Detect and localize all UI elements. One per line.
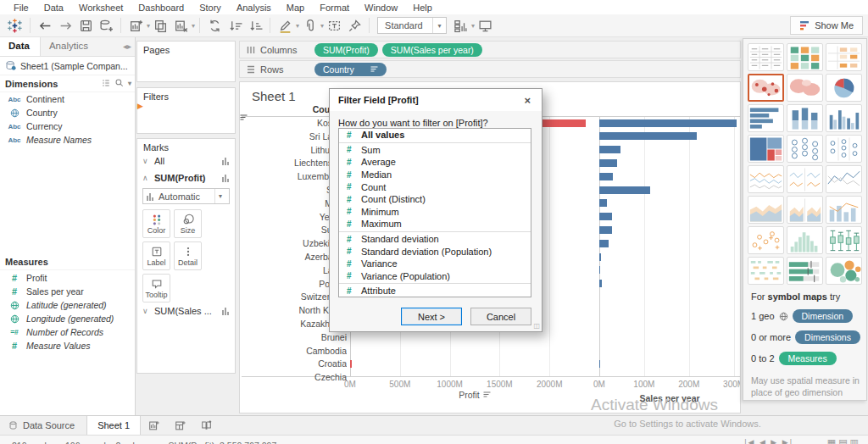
sort-ascending-icon[interactable] xyxy=(225,16,245,35)
chevron-down-icon[interactable]: ▾ xyxy=(128,80,131,87)
field-latitude-generated-[interactable]: Latitude (generated) xyxy=(0,298,135,312)
showme-dual-line[interactable] xyxy=(826,165,862,193)
bar-sales-per-year-2[interactable] xyxy=(599,146,620,153)
marks-layer-sum-sales[interactable]: ∨ SUM(Sales ... xyxy=(137,302,235,319)
filters-card[interactable]: Filters ▶ xyxy=(136,87,236,134)
showme-line-discrete[interactable] xyxy=(787,165,823,193)
showme-area-continuous[interactable] xyxy=(748,196,784,224)
columns-shelf[interactable]: Columns SUM(Profit)SUM(Sales per year) xyxy=(239,41,741,58)
show-hide-cards-icon[interactable] xyxy=(450,16,470,35)
bar-sales-per-year-8[interactable] xyxy=(599,226,612,234)
showme-filled-map[interactable] xyxy=(787,74,823,102)
pill-sum-sales-per-year-[interactable]: SUM(Sales per year) xyxy=(382,43,482,57)
tooltip-button[interactable]: Tooltip xyxy=(142,274,170,302)
new-dashboard-button[interactable] xyxy=(167,416,193,435)
view-mode-select[interactable]: Standard ▾ xyxy=(377,17,447,34)
duplicate-icon[interactable] xyxy=(150,16,170,35)
showme-symbol-map[interactable] xyxy=(748,74,784,102)
bar-sales-per-year-5[interactable] xyxy=(599,186,650,194)
data-source-tab[interactable]: Data Source xyxy=(0,416,86,435)
menu-story[interactable]: Story xyxy=(192,2,228,14)
bar-sales-per-year-0[interactable] xyxy=(599,119,737,127)
bar-sales-per-year-3[interactable] xyxy=(599,159,617,167)
showme-side-by-side-circles[interactable] xyxy=(826,135,862,163)
field-continent[interactable]: AbcContinent xyxy=(0,92,135,106)
showme-heat-map[interactable] xyxy=(826,43,862,71)
show-mark-labels-icon[interactable] xyxy=(324,16,344,35)
filter-option-median[interactable]: #Median xyxy=(339,169,531,181)
marks-layer-all[interactable]: ∨All xyxy=(137,153,235,169)
showme-box-and-whisker[interactable] xyxy=(826,226,862,254)
menu-format[interactable]: Format xyxy=(313,2,356,14)
showme-side-by-side-bars[interactable] xyxy=(826,104,862,132)
size-button[interactable]: Size xyxy=(174,209,202,238)
field-profit[interactable]: #Profit xyxy=(0,271,135,285)
color-button[interactable]: Color xyxy=(142,209,170,238)
bar-sales-per-year-18[interactable] xyxy=(599,360,600,368)
datasource-item[interactable]: Sheet1 (Sample Compan... xyxy=(0,57,135,75)
view-list-icon[interactable] xyxy=(101,78,111,88)
bar-sales-per-year-9[interactable] xyxy=(599,240,609,247)
bar-sales-per-year-10[interactable] xyxy=(599,253,601,261)
marks-layer-sum-profit-[interactable]: ∧SUM(Profit) xyxy=(137,169,235,186)
showme-text-table[interactable] xyxy=(748,43,784,71)
pill-sum-profit-[interactable]: SUM(Profit) xyxy=(314,43,378,57)
field-sales-per-year[interactable]: #Sales per year xyxy=(0,285,135,298)
swap-rows-columns-icon[interactable] xyxy=(204,16,225,35)
filter-option-standard-deviation[interactable]: #Standard deviation xyxy=(339,233,531,246)
chevron-down-icon[interactable]: ∨ xyxy=(142,307,150,315)
field-country[interactable]: Country xyxy=(0,106,135,119)
tab-navigation-icons[interactable]: |◀ ◀ ▶ ▶| xyxy=(744,438,793,444)
new-worksheet-icon[interactable] xyxy=(125,16,146,35)
filter-option-standard-deviation-population-[interactable]: #Standard deviation (Population) xyxy=(339,245,531,258)
showme-treemap[interactable] xyxy=(748,135,784,163)
presentation-mode-icon[interactable] xyxy=(475,16,495,35)
showme-histogram[interactable] xyxy=(787,226,823,254)
chevron-down-icon[interactable]: ▾ xyxy=(214,189,225,203)
menu-file[interactable]: File xyxy=(7,2,36,14)
showme-horizontal-bars[interactable] xyxy=(748,104,784,132)
menu-analysis[interactable]: Analysis xyxy=(230,2,278,14)
row-label-cambodia[interactable]: Cambodia xyxy=(240,346,347,358)
showme-highlight-table[interactable] xyxy=(787,43,823,71)
chevron-icon[interactable]: ∨ xyxy=(142,157,150,165)
bar-sales-per-year-12[interactable] xyxy=(599,280,602,287)
detail-button[interactable]: Detail xyxy=(174,241,202,270)
showme-stacked-bars[interactable] xyxy=(787,104,823,132)
tab-analytics[interactable]: Analytics xyxy=(41,37,98,56)
pill-country[interactable]: Country xyxy=(314,63,387,76)
bar-profit-18[interactable] xyxy=(350,360,352,368)
menu-window[interactable]: Window xyxy=(358,2,404,14)
showme-packed-bubbles[interactable] xyxy=(826,257,862,285)
chevron-down-icon[interactable]: ▾ xyxy=(432,18,446,33)
showme-bullet-graph[interactable] xyxy=(787,257,823,285)
field-measure-values[interactable]: #Measure Values xyxy=(0,339,135,352)
menu-dashboard[interactable]: Dashboard xyxy=(131,2,191,14)
bar-sales-per-year-7[interactable] xyxy=(599,213,612,220)
filter-option-all-values[interactable]: #All values xyxy=(339,129,531,142)
menu-worksheet[interactable]: Worksheet xyxy=(72,2,130,14)
filter-option-maximum[interactable]: #Maximum xyxy=(339,218,531,230)
redo-icon[interactable] xyxy=(55,16,75,35)
view-mode-icons[interactable]: ▦▤▥ xyxy=(827,437,861,444)
menu-help[interactable]: Help xyxy=(406,2,439,14)
new-worksheet-button[interactable] xyxy=(141,416,167,435)
filter-option-variance-population-[interactable]: #Variance (Population) xyxy=(339,270,531,283)
field-currency[interactable]: AbcCurrency xyxy=(0,119,135,133)
chevron-down-icon[interactable]: ▾ xyxy=(192,22,195,30)
pages-card[interactable]: Pages xyxy=(136,41,236,82)
next-button[interactable]: Next > xyxy=(401,308,462,325)
filter-option-variance[interactable]: #Variance xyxy=(339,258,531,270)
format-annotations-icon[interactable] xyxy=(299,16,320,35)
cancel-button[interactable]: Cancel xyxy=(470,308,531,325)
showme-pie-chart[interactable] xyxy=(826,74,862,102)
showme-gantt[interactable] xyxy=(748,257,784,285)
resize-grip[interactable]: ◫ xyxy=(533,322,540,330)
showme-area-discrete[interactable] xyxy=(787,196,823,224)
undo-icon[interactable] xyxy=(35,16,55,35)
search-icon[interactable] xyxy=(114,78,125,88)
filter-option-count[interactable]: #Count xyxy=(339,180,531,193)
tableau-logo-icon[interactable] xyxy=(5,16,25,35)
filter-option-average[interactable]: #Average xyxy=(339,156,531,169)
panel-pin-icon[interactable]: ◂▸ xyxy=(123,42,131,51)
